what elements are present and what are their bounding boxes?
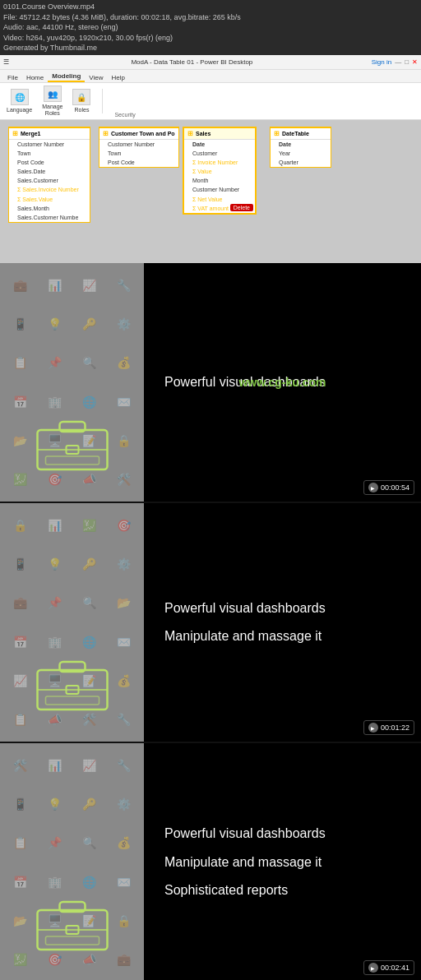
icon-cell: 🔧 (108, 266, 141, 303)
icon-cell: 📱 (3, 545, 36, 582)
tab-help[interactable]: Help (108, 73, 129, 82)
panel-3-timestamp: ▶ 00:02:41 (363, 960, 414, 975)
icon-cell: 🛠️ (108, 461, 141, 498)
app-menu[interactable]: ☰ (3, 58, 9, 66)
timestamp-text-2: 00:01:22 (381, 723, 409, 732)
panel-1-left: 💼 📊 📈 🔧 📱 💡 🔑 ⚙️ 📋 📌 🔍 💰 📅 🏢 🌐 ✉️ 📂 🖥️ � (0, 263, 144, 502)
minimize-button[interactable]: — (395, 58, 401, 66)
icon-cell: 📋 (3, 701, 36, 738)
icon-cell: 🔍 (73, 344, 106, 381)
panel-3: 🛠️ 📊 📈 🔧 📱 💡 🔑 ⚙️ 📋 📌 🔍 💰 📅 🏢 🌐 ✉️ 📂 🖥️ (0, 743, 421, 980)
icon-cell: 🔍 (73, 825, 106, 862)
icon-cell: 📂 (3, 422, 36, 459)
icon-cell: ⚙️ (108, 785, 141, 822)
icon-cell: 📋 (3, 825, 36, 862)
table-date: DateTable Date Year Quarter (270, 127, 331, 168)
icon-cell: 📊 (38, 747, 71, 784)
icon-cell: ✉️ (108, 623, 141, 660)
briefcase-illustration-2 (33, 652, 111, 717)
icon-cell: 💼 (108, 941, 141, 978)
roles-label: Roles (75, 107, 90, 113)
briefcase-svg-3 (33, 892, 111, 954)
icon-cell: 💡 (38, 305, 71, 342)
panel-2-text-1: Powerful visual dashboards (164, 599, 400, 617)
panel-1-right: Powerful visual dashboards www.cg-ku.com… (144, 263, 421, 502)
panel-2-text-2: Manipulate and massage it (164, 627, 400, 645)
icon-cell: 💹 (3, 941, 36, 978)
icon-cell: 🔍 (73, 585, 106, 622)
icon-cell: 🔧 (108, 701, 141, 738)
tab-home[interactable]: Home (22, 73, 48, 82)
delete-button[interactable]: Delete (230, 204, 253, 211)
icon-cell: ⚙️ (108, 305, 141, 342)
table-merge1: Merge1 Customer Number Town Post Code Sa… (8, 127, 90, 223)
svg-rect-19 (45, 936, 99, 945)
table-sales: Sales Date Customer Σ Invoice Number Σ V… (183, 127, 257, 215)
icon-cell: 🔒 (108, 422, 141, 459)
roles-icon[interactable]: 🔒 (72, 89, 90, 105)
icon-cell: 🔑 (73, 545, 106, 582)
icon-cell: 📈 (3, 662, 36, 699)
timestamp-text: 00:00:54 (381, 483, 409, 492)
icon-cell: 💰 (108, 344, 141, 381)
size-info: File: 45712.42 bytes (4.36 MiB), duratio… (3, 12, 418, 23)
tab-view[interactable]: View (85, 73, 107, 82)
timestamp-text-3: 00:02:41 (381, 964, 409, 972)
icon-cell: 🔑 (73, 785, 106, 822)
icon-cell: ✉️ (108, 863, 141, 900)
svg-rect-14 (45, 696, 99, 705)
icon-cell: 📋 (3, 344, 36, 381)
icon-cell: 💹 (3, 461, 36, 498)
icon-cell: 📊 (38, 506, 71, 543)
briefcase-svg (33, 412, 111, 474)
icon-cell: 🔒 (3, 506, 36, 543)
file-info: 0101.Course Overview.mp4 (3, 2, 418, 12)
language-icon[interactable]: 🌐 (11, 89, 29, 105)
maximize-button[interactable]: □ (405, 58, 409, 66)
video-player: 0101.Course Overview.mp4 File: 45712.42 … (0, 0, 421, 263)
ribbon-tabs: File Home Modeling View Help (0, 70, 421, 83)
ribbon-group-language: 🌐 Language (7, 89, 32, 113)
icon-cell: 📈 (73, 747, 106, 784)
titlebar-controls: Sign in — □ ✕ (372, 58, 418, 66)
icon-cell: 📱 (3, 305, 36, 342)
briefcase-illustration-3 (33, 892, 111, 957)
icon-cell: 📌 (38, 585, 71, 622)
panel-3-text-3: Sophisticated reports (164, 881, 400, 899)
icon-cell: 📌 (38, 344, 71, 381)
generated-info: Generated by Thumbnail.me (3, 43, 418, 53)
icon-cell: 📌 (38, 825, 71, 862)
sign-in-link[interactable]: Sign in (372, 58, 391, 66)
icon-cell: 💼 (3, 585, 36, 622)
icon-cell: 🔧 (108, 747, 141, 784)
icon-cell: 🔒 (108, 902, 141, 939)
panel-3-text-2: Manipulate and massage it (164, 853, 400, 871)
icon-cell: 📂 (108, 585, 141, 622)
panel-3-left: 🛠️ 📊 📈 🔧 📱 💡 🔑 ⚙️ 📋 📌 🔍 💰 📅 🏢 🌐 ✉️ 📂 🖥️ (0, 743, 144, 980)
tab-modeling[interactable]: Modeling (48, 72, 85, 82)
play-icon-3: ▶ (368, 963, 378, 973)
play-icon-2: ▶ (368, 723, 378, 733)
icon-cell: 💡 (38, 545, 71, 582)
table-sales-header: Sales (184, 128, 255, 140)
icon-cell: 📅 (3, 623, 36, 660)
audio-info: Audio: aac, 44100 Hz, stereo (eng) (3, 22, 418, 33)
app-title: ModA - Data Table 01 - Power BI Desktop (12, 58, 372, 66)
manage-roles-label: ManageRoles (42, 104, 62, 116)
icon-cell: 📱 (3, 785, 36, 822)
icon-cell: 💹 (73, 506, 106, 543)
icon-cell: 📊 (38, 266, 71, 303)
watermark: www.cg-ku.com (238, 376, 326, 389)
icon-cell: ⚙️ (108, 545, 141, 582)
icon-cell: 🎯 (108, 506, 141, 543)
ribbon-separator (102, 89, 103, 113)
manage-roles-icon[interactable]: 👥 (44, 86, 62, 102)
close-button[interactable]: ✕ (412, 58, 418, 66)
panel-1-timestamp: ▶ 00:00:54 (363, 480, 414, 495)
tab-file[interactable]: File (3, 73, 22, 82)
briefcase-svg-2 (33, 652, 111, 714)
ribbon-group-roles: 🔒 Roles (72, 89, 90, 113)
table-merge1-header: Merge1 (9, 128, 90, 140)
panel-2-right: Powerful visual dashboards Manipulate an… (144, 503, 421, 742)
video-info-bar: 0101.Course Overview.mp4 File: 45712.42 … (0, 0, 421, 55)
